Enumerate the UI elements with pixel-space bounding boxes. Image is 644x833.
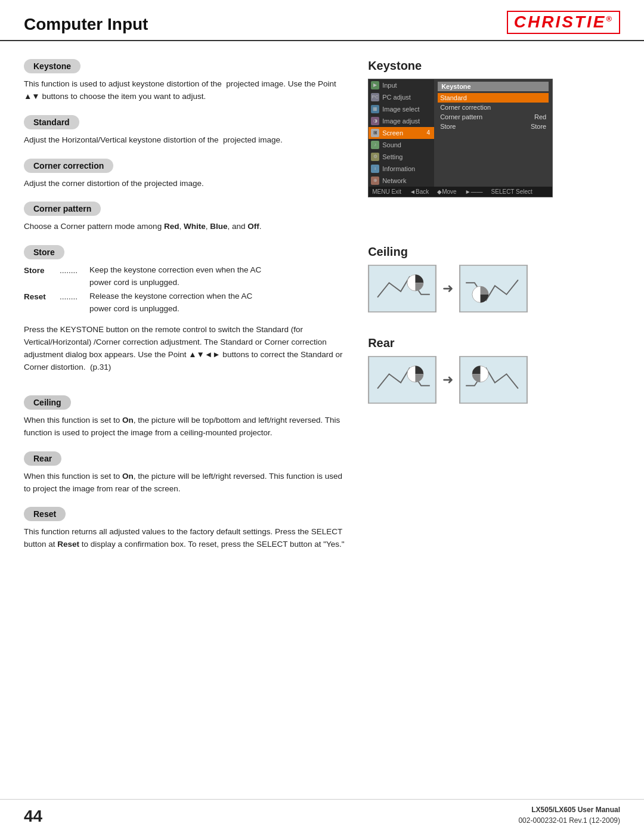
rear-image-pair: ➜ — [368, 356, 620, 404]
menu-footer-move: ◆Move — [437, 188, 456, 195]
page-header: Computer Input CHRISTIE® — [0, 0, 644, 41]
setting-icon: ⚙ — [371, 153, 379, 161]
store-term-store: Store — [24, 264, 60, 289]
store-pill: Store — [24, 245, 64, 259]
footer-right: LX505/LX605 User Manual 002-000232-01 Re… — [518, 804, 620, 826]
menu-item-store: StoreStore — [438, 122, 549, 131]
menu-item-sound: ♪ Sound — [369, 139, 434, 151]
menu-right-panel: Keystone Standard Corner correction Corn… — [434, 79, 552, 187]
menu-footer: MENU Exit ◄Back ◆Move ►—— SELECT Select — [369, 187, 552, 197]
store-term-reset: Reset — [24, 290, 60, 315]
standard-description: Adjust the Horizontal/Vertical keystone … — [24, 134, 350, 147]
store-line-1: Store ........ Keep the keystone correct… — [24, 264, 350, 289]
page-title: Computer Input — [24, 15, 148, 34]
store-description: Store ........ Keep the keystone correct… — [24, 264, 350, 315]
menu-left-panel: ▶ Input PC PC adjust ▦ Image select ◑ Im… — [369, 79, 434, 187]
left-column: Keystone This function is used to adjust… — [24, 59, 350, 555]
menu-item-screen: ⊞ Screen 4 — [369, 127, 434, 139]
page-number: 44 — [24, 807, 42, 826]
menu-item-corner-pattern: Corner patternRed — [438, 112, 549, 122]
network-icon: ⊕ — [371, 176, 379, 185]
rear-after-svg — [460, 357, 527, 403]
ceiling-after-svg — [460, 265, 527, 312]
ceiling-after-image — [459, 265, 528, 312]
store-text-store: Keep the keystone correction even when t… — [89, 264, 261, 289]
christie-logo: CHRISTIE® — [507, 11, 620, 34]
sound-icon: ♪ — [371, 141, 379, 149]
rear-before-image — [368, 356, 436, 404]
keystone-menu-screenshot: ▶ Input PC PC adjust ▦ Image select ◑ Im… — [368, 79, 553, 197]
ceiling-illustration-area: Ceiling ➜ — [368, 245, 620, 312]
corner-pattern-pill: Corner pattern — [24, 202, 101, 216]
menu-item-network: ⊕ Network — [369, 175, 434, 187]
reset-description: This function returns all adjusted value… — [24, 526, 350, 551]
ceiling-before-image — [368, 265, 436, 312]
menu-body: ▶ Input PC PC adjust ▦ Image select ◑ Im… — [369, 79, 552, 187]
store-text-reset: Release the keystone correction when the… — [89, 290, 252, 315]
menu-item-corner-correction: Corner correction — [438, 103, 549, 112]
ceiling-image-pair: ➜ — [368, 265, 620, 312]
menu-item-setting: ⚙ Setting — [369, 151, 434, 163]
menu-right-title: Keystone — [438, 82, 549, 91]
keystone-pill: Keystone — [24, 59, 80, 73]
screen-icon: ⊞ — [371, 129, 379, 137]
menu-footer-back: ◄Back — [410, 188, 429, 195]
keystone-heading: Keystone — [368, 59, 620, 73]
menu-footer-select: SELECT Select — [491, 188, 532, 195]
store-line-2: Reset ........ Release the keystone corr… — [24, 290, 350, 315]
standard-pill: Standard — [24, 115, 79, 129]
rear-after-image — [459, 356, 528, 404]
rear-pill: Rear — [24, 451, 61, 466]
menu-item-standard: Standard — [438, 93, 549, 103]
page-footer: 44 LX505/LX605 User Manual 002-000232-01… — [0, 799, 644, 833]
ceiling-heading: Ceiling — [368, 245, 620, 259]
corner-correction-pill: Corner correction — [24, 159, 113, 173]
keystone-description: This function is used to adjust keystone… — [24, 78, 350, 103]
imageselect-icon: ▦ — [371, 105, 379, 113]
rear-arrow-icon: ➜ — [442, 372, 453, 388]
ceiling-pill: Ceiling — [24, 395, 71, 410]
information-icon: i — [371, 165, 379, 173]
logo-text: CHRISTIE — [514, 13, 606, 31]
rear-heading: Rear — [368, 336, 620, 350]
manual-name: LX505/LX605 User Manual — [518, 804, 620, 815]
corner-pattern-description: Choose a Corner pattern mode among Red, … — [24, 221, 350, 233]
pcadjust-icon: PC — [371, 93, 379, 101]
reset-pill: Reset — [24, 507, 66, 521]
menu-item-imageselect: ▦ Image select — [369, 103, 434, 115]
main-content: Keystone This function is used to adjust… — [0, 41, 644, 567]
menu-item-pcadjust: PC PC adjust — [369, 91, 434, 103]
ceiling-description: When this function is set to On, the pic… — [24, 414, 350, 439]
menu-footer-exit: MENU Exit — [372, 188, 401, 195]
input-icon: ▶ — [371, 81, 379, 89]
ceiling-before-svg — [369, 265, 436, 312]
menu-item-input: ▶ Input — [369, 79, 434, 91]
keystone-note: Press the KEYSTONE button on the remote … — [24, 324, 350, 374]
corner-description: Adjust the corner distortion of the proj… — [24, 178, 350, 190]
menu-item-imageadjust: ◑ Image adjust — [369, 115, 434, 127]
rear-illustration-area: Rear ➜ — [368, 336, 620, 404]
right-column: Keystone ▶ Input PC PC adjust ▦ Image — [368, 59, 620, 555]
rear-description: When this function is set to On, the pic… — [24, 470, 350, 496]
menu-item-information: i Information — [369, 163, 434, 175]
menu-footer-dash: ►—— — [465, 188, 483, 195]
imageadjust-icon: ◑ — [371, 117, 379, 125]
rear-before-svg — [369, 357, 436, 403]
ceiling-arrow-icon: ➜ — [442, 281, 453, 296]
doc-number: 002-000232-01 Rev.1 (12-2009) — [518, 815, 620, 826]
